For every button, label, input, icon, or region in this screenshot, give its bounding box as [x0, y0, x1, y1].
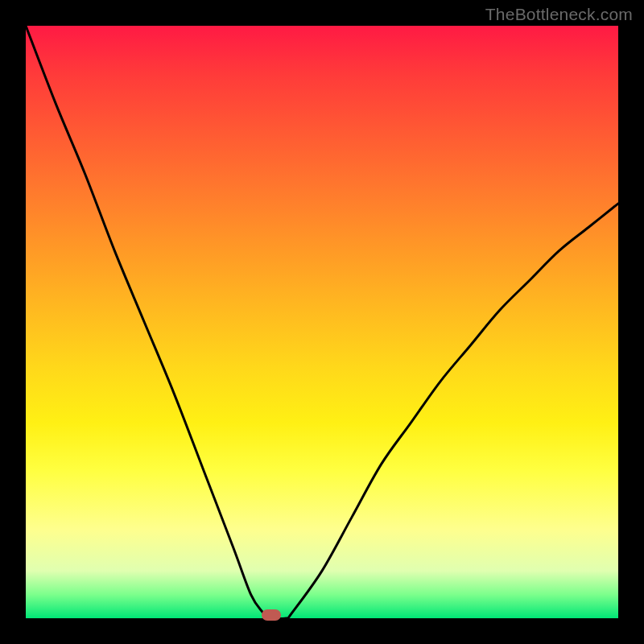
chart-frame: TheBottleneck.com [0, 0, 644, 644]
watermark-text: TheBottleneck.com [485, 5, 633, 24]
optimal-marker [262, 609, 281, 621]
plot-area [26, 26, 618, 618]
bottleneck-curve [26, 26, 618, 618]
